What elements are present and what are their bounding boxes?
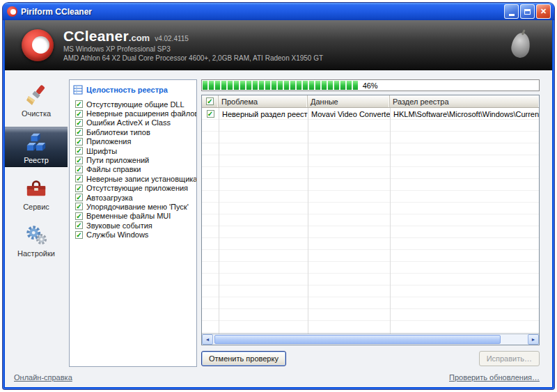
online-help-link[interactable]: Онлайн-справка bbox=[14, 373, 72, 382]
select-all-checkbox[interactable]: ✓ bbox=[206, 97, 214, 105]
checklist-item-label: Службы Windows bbox=[86, 230, 148, 239]
registry-blocks-icon bbox=[24, 130, 48, 154]
checklist-item-label: Пути приложений bbox=[86, 156, 149, 164]
registry-integrity-icon bbox=[73, 85, 83, 95]
progress-label: 46% bbox=[363, 81, 378, 91]
checklist-item-label: Отсутствующие общие DLL bbox=[86, 100, 185, 109]
checkbox-checked-icon[interactable]: ✓ bbox=[75, 203, 83, 210]
row-checkbox[interactable]: ✓ bbox=[207, 110, 214, 118]
checklist-item[interactable]: ✓Отсутствующие приложения bbox=[73, 184, 193, 193]
checklist-item[interactable]: ✓Приложения bbox=[73, 137, 193, 146]
checkbox-checked-icon[interactable]: ✓ bbox=[75, 166, 83, 173]
checklist-item-label: Автозагрузка bbox=[86, 194, 133, 202]
checklist-item[interactable]: ✓Шрифты bbox=[73, 146, 193, 155]
checklist-item-label: Приложения bbox=[86, 137, 131, 146]
checkbox-checked-icon[interactable]: ✓ bbox=[75, 194, 83, 201]
sidebar-item-label: Настройки bbox=[17, 249, 55, 258]
hardware-info: AMD Athlon 64 X2 Dual Core Processor 460… bbox=[63, 54, 512, 63]
checklist-item-label: Упорядочивание меню 'Пуск' bbox=[86, 203, 189, 211]
sidebar-item-cleaner[interactable]: Очистка bbox=[5, 80, 68, 120]
column-header-data[interactable]: Данные bbox=[308, 95, 390, 107]
close-button[interactable]: ✕ bbox=[536, 4, 551, 19]
app-icon bbox=[7, 6, 17, 17]
checkbox-checked-icon[interactable]: ✓ bbox=[75, 110, 83, 118]
window-body: CCleaner .com v4.02.4115 MS Windows XP P… bbox=[5, 20, 552, 387]
checklist-item-label: Ошибки ActiveX и Class bbox=[86, 118, 171, 127]
maximize-button[interactable] bbox=[520, 4, 535, 19]
minimize-button[interactable] bbox=[504, 4, 519, 19]
checklist-item[interactable]: ✓Файлы справки bbox=[73, 165, 193, 174]
os-info: MS Windows XP Professional SP3 bbox=[63, 45, 512, 54]
scrollbar-track[interactable] bbox=[213, 334, 528, 345]
brush-icon bbox=[24, 84, 48, 107]
sidebar-nav: Очистка bbox=[5, 70, 68, 387]
column-divider bbox=[308, 108, 308, 334]
checklist-item[interactable]: ✓Звуковые события bbox=[73, 221, 193, 230]
horizontal-scrollbar[interactable]: ◄ ► bbox=[202, 334, 539, 345]
check-updates-link[interactable]: Проверить обновления… bbox=[449, 373, 540, 382]
cancel-scan-button[interactable]: Отменить проверку bbox=[201, 351, 286, 366]
checkbox-checked-icon[interactable]: ✓ bbox=[75, 138, 83, 146]
action-buttons-row: Отменить проверку Исправить… bbox=[201, 351, 540, 367]
scroll-left-button[interactable]: ◄ bbox=[202, 334, 213, 345]
brand-name: CCleaner bbox=[63, 28, 129, 45]
column-header-problem[interactable]: Проблема bbox=[219, 95, 308, 107]
checkbox-checked-icon[interactable]: ✓ bbox=[75, 119, 83, 127]
table-row[interactable]: ✓ Неверный раздел реестра Movavi Video C… bbox=[202, 108, 539, 120]
checkbox-checked-icon[interactable]: ✓ bbox=[75, 128, 83, 136]
column-header-registry-key[interactable]: Раздел реестра bbox=[390, 95, 539, 107]
pear-graphic bbox=[510, 31, 532, 59]
checkbox-checked-icon[interactable]: ✓ bbox=[75, 185, 83, 192]
table-header: ✓ Проблема Данные Раздел реестра bbox=[202, 95, 539, 108]
checklist-item[interactable]: ✓Упорядочивание меню 'Пуск' bbox=[73, 202, 193, 211]
column-divider bbox=[390, 108, 391, 334]
checklist-item[interactable]: ✓Библиотеки типов bbox=[73, 127, 193, 136]
toolbox-icon bbox=[24, 177, 48, 201]
checklist-item[interactable]: ✓Автозагрузка bbox=[73, 193, 193, 202]
checklist-item[interactable]: ✓Службы Windows bbox=[73, 230, 193, 239]
title-bar[interactable]: Piriform CCleaner ✕ bbox=[3, 3, 554, 20]
app-window: Piriform CCleaner ✕ CCleaner .com v4.02.… bbox=[3, 3, 554, 389]
app-header: CCleaner .com v4.02.4115 MS Windows XP P… bbox=[5, 20, 552, 70]
sidebar-item-tools[interactable]: Сервис bbox=[5, 173, 68, 214]
column-divider bbox=[219, 108, 219, 334]
checkbox-checked-icon[interactable]: ✓ bbox=[75, 212, 83, 220]
fix-selected-button[interactable]: Исправить… bbox=[479, 351, 540, 366]
header-text: CCleaner .com v4.02.4115 MS Windows XP P… bbox=[63, 28, 512, 63]
scroll-right-button[interactable]: ► bbox=[528, 334, 539, 345]
table-body: ✓ Неверный раздел реестра Movavi Video C… bbox=[202, 108, 539, 334]
minimize-icon bbox=[509, 14, 515, 16]
scan-progress-bar: 46% bbox=[201, 79, 540, 91]
sidebar-item-label: Реестр bbox=[24, 156, 49, 164]
app-version: v4.02.4115 bbox=[155, 35, 189, 42]
checklist-item[interactable]: ✓Пути приложений bbox=[73, 155, 193, 164]
checkbox-checked-icon[interactable]: ✓ bbox=[75, 100, 83, 108]
table-header-checkbox-cell[interactable]: ✓ bbox=[202, 95, 219, 107]
main-content: Очистка bbox=[5, 70, 552, 387]
checklist-item-label: Временные файлы MUI bbox=[86, 212, 171, 220]
checklist-item-label: Неверные расширения файлов bbox=[86, 109, 197, 118]
checklist-item[interactable]: ✓Временные файлы MUI bbox=[73, 212, 193, 221]
window-title: Piriform CCleaner bbox=[21, 7, 504, 17]
cell-registry-key: HKLM\Software\Microsoft\Windows\CurrentV… bbox=[390, 110, 539, 118]
checklist-item[interactable]: ✓Неверные записи установщика bbox=[73, 174, 193, 183]
checklist-item-label: Неверные записи установщика bbox=[86, 175, 197, 183]
checklist-item-label: Звуковые события bbox=[86, 221, 152, 230]
sidebar-item-registry[interactable]: Реестр bbox=[5, 127, 68, 167]
panel-title-label: Целостность реестра bbox=[86, 86, 168, 94]
checklist-item-label: Шрифты bbox=[86, 147, 117, 155]
scrollbar-thumb[interactable] bbox=[214, 335, 501, 344]
checkbox-checked-icon[interactable]: ✓ bbox=[75, 147, 83, 155]
checkbox-checked-icon[interactable]: ✓ bbox=[75, 231, 83, 239]
sidebar-item-options[interactable]: Настройки bbox=[5, 220, 68, 260]
checkbox-checked-icon[interactable]: ✓ bbox=[75, 221, 83, 229]
checklist-item[interactable]: ✓Неверные расширения файлов bbox=[73, 109, 193, 118]
maximize-icon bbox=[524, 9, 531, 15]
checkbox-checked-icon[interactable]: ✓ bbox=[75, 175, 83, 182]
results-table: ✓ Проблема Данные Раздел реестра ✓ Невер… bbox=[201, 95, 540, 345]
sidebar-item-label: Сервис bbox=[23, 203, 49, 211]
cell-data: Movavi Video Converter 12 bbox=[308, 110, 390, 118]
checklist-item[interactable]: ✓Отсутствующие общие DLL bbox=[73, 100, 193, 109]
checklist-item[interactable]: ✓Ошибки ActiveX и Class bbox=[73, 118, 193, 127]
checkbox-checked-icon[interactable]: ✓ bbox=[75, 157, 83, 164]
